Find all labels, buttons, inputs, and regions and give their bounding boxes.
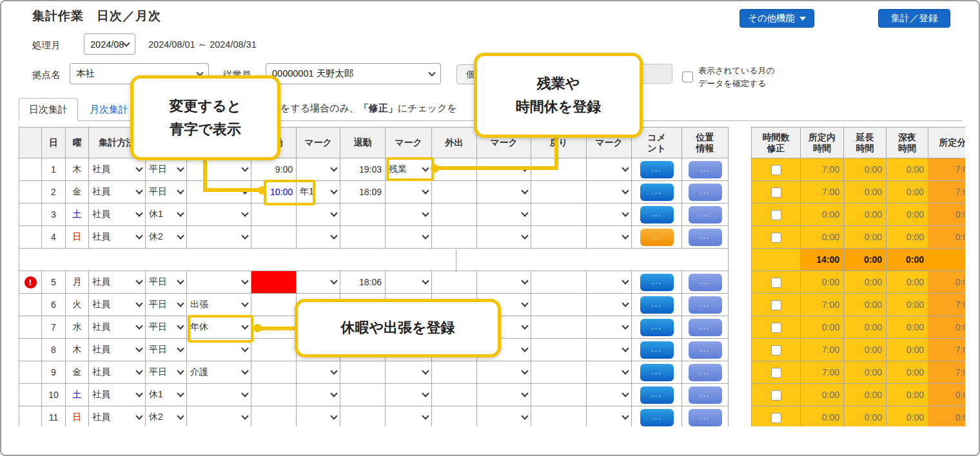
method-select[interactable]: 社員 <box>89 361 146 384</box>
calendar-select[interactable]: 休2 <box>146 226 187 249</box>
go-out-mark-select[interactable] <box>477 406 531 427</box>
clock-in-cell[interactable] <box>251 204 297 226</box>
calendar-select[interactable]: 平日 <box>146 316 187 339</box>
out-mark-select[interactable] <box>386 181 432 204</box>
report-select[interactable]: 介護 <box>187 361 251 384</box>
comment-button[interactable]: ... <box>640 206 674 223</box>
in-mark-select[interactable] <box>297 406 340 427</box>
return-mark-select[interactable] <box>587 361 632 384</box>
hours-edit-checkbox[interactable] <box>771 323 781 333</box>
return-mark-select[interactable] <box>587 158 632 181</box>
return-cell[interactable] <box>531 339 587 361</box>
return-mark-select[interactable] <box>587 294 632 316</box>
in-mark-select[interactable] <box>297 158 340 181</box>
in-mark-select[interactable] <box>297 384 340 406</box>
method-select[interactable]: 社員 <box>89 158 146 181</box>
report-select[interactable] <box>187 226 251 249</box>
tab-daily[interactable]: 日次集計 <box>19 98 78 121</box>
return-mark-select[interactable] <box>587 226 632 249</box>
report-select[interactable] <box>187 158 251 181</box>
method-select[interactable]: 社員 <box>89 271 146 294</box>
calendar-select[interactable]: 平日 <box>146 181 187 204</box>
location-info-button[interactable]: ... <box>689 296 722 314</box>
calendar-select[interactable]: 平日 <box>146 271 187 294</box>
go-out-cell[interactable] <box>432 361 477 384</box>
method-select[interactable]: 社員 <box>89 384 146 406</box>
go-out-mark-select[interactable] <box>477 271 531 294</box>
hours-edit-checkbox[interactable] <box>771 233 781 243</box>
report-select[interactable] <box>187 204 251 226</box>
method-select[interactable]: 社員 <box>89 316 146 339</box>
return-mark-select[interactable] <box>587 271 632 294</box>
clock-out-cell[interactable] <box>340 406 386 427</box>
go-out-cell[interactable] <box>432 226 477 249</box>
out-mark-select[interactable] <box>386 271 432 294</box>
calendar-select[interactable]: 平日 <box>146 158 187 181</box>
hours-edit-checkbox[interactable] <box>771 278 781 288</box>
comment-button[interactable]: ... <box>640 409 674 426</box>
method-select[interactable]: 社員 <box>89 181 146 204</box>
location-info-button[interactable]: ... <box>689 229 722 246</box>
location-info-button[interactable]: ... <box>689 341 722 359</box>
clock-in-cell[interactable] <box>251 339 297 361</box>
return-mark-select[interactable] <box>587 181 632 204</box>
in-mark-select[interactable] <box>297 271 340 294</box>
clock-in-cell[interactable] <box>251 361 297 384</box>
calendar-select[interactable]: 休1 <box>146 204 187 226</box>
comment-button[interactable]: ... <box>640 161 674 178</box>
other-functions-button[interactable]: その他機能 <box>740 9 814 28</box>
clock-out-cell[interactable] <box>340 361 386 384</box>
hours-edit-checkbox[interactable] <box>771 300 781 310</box>
calendar-select[interactable]: 平日 <box>146 339 187 361</box>
clock-out-cell[interactable] <box>340 226 386 249</box>
calendar-select[interactable]: 平日 <box>146 294 187 316</box>
method-select[interactable]: 社員 <box>89 339 146 361</box>
confirm-month-checkbox[interactable] <box>682 71 693 82</box>
clock-out-cell[interactable]: 19:03 <box>340 158 386 181</box>
go-out-mark-select[interactable] <box>477 384 531 406</box>
clock-out-cell[interactable]: 18:09 <box>340 181 386 204</box>
clock-in-cell[interactable] <box>251 406 297 427</box>
clock-in-cell[interactable] <box>251 384 297 406</box>
hours-edit-checkbox[interactable] <box>771 368 781 378</box>
return-cell[interactable] <box>531 271 587 294</box>
method-select[interactable]: 社員 <box>89 226 146 249</box>
return-cell[interactable] <box>531 204 587 226</box>
comment-button[interactable]: ... <box>640 229 674 246</box>
return-cell[interactable] <box>531 294 587 316</box>
in-mark-select[interactable] <box>297 204 340 226</box>
comment-button[interactable]: ... <box>640 364 674 381</box>
comment-button[interactable]: ... <box>640 386 674 404</box>
report-select[interactable] <box>187 181 251 204</box>
report-select[interactable]: 出張 <box>187 294 251 316</box>
return-cell[interactable] <box>531 226 587 249</box>
in-mark-select[interactable] <box>297 361 340 384</box>
location-info-button[interactable]: ... <box>689 409 722 426</box>
go-out-cell[interactable] <box>432 271 477 294</box>
calendar-select[interactable]: 休2 <box>146 406 187 427</box>
aggregate-register-button[interactable]: 集計／登録 <box>878 9 950 28</box>
return-mark-select[interactable] <box>587 384 632 406</box>
hours-edit-checkbox[interactable] <box>771 413 781 423</box>
location-info-button[interactable]: ... <box>689 386 722 404</box>
report-select[interactable] <box>187 406 251 427</box>
return-cell[interactable] <box>531 384 587 406</box>
comment-button[interactable]: ... <box>640 296 674 314</box>
clock-out-cell[interactable] <box>340 204 386 226</box>
return-cell[interactable] <box>531 316 587 339</box>
location-info-button[interactable]: ... <box>689 274 722 291</box>
calendar-select[interactable]: 平日 <box>146 361 187 384</box>
return-cell[interactable] <box>531 361 587 384</box>
hours-edit-checkbox[interactable] <box>771 390 781 401</box>
go-out-mark-select[interactable] <box>477 361 531 384</box>
out-mark-select[interactable] <box>386 384 432 406</box>
hours-edit-checkbox[interactable] <box>771 210 781 220</box>
clock-in-cell[interactable]: 9:00 <box>251 158 297 181</box>
comment-button[interactable]: ... <box>640 274 674 291</box>
go-out-cell[interactable] <box>432 204 477 226</box>
comment-button[interactable]: ... <box>640 319 674 336</box>
clock-in-cell[interactable] <box>251 226 297 249</box>
comment-button[interactable]: ... <box>640 341 674 359</box>
report-select[interactable] <box>187 384 251 406</box>
return-cell[interactable] <box>531 406 587 427</box>
